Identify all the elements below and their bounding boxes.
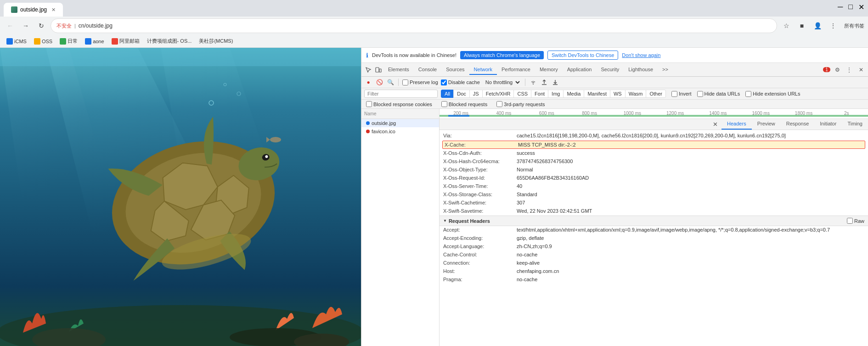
bookmark-icon-oss [34,38,40,45]
network-content: outside.jpg favicon.ico ✕ Headers Previe… [361,119,868,346]
inspect-element-btn[interactable] [363,65,373,75]
filter-tab-ws[interactable]: WS [610,90,626,98]
panel-tab-initiator[interactable]: Initiator [814,119,842,130]
blocked-requests-checkbox[interactable] [441,101,447,107]
filter-tab-wasm[interactable]: Wasm [625,90,647,98]
filter-btn[interactable]: 🔍 [386,78,395,86]
hide-ext-urls-checkbox[interactable] [745,91,751,97]
filter-tab-other[interactable]: Other [646,90,666,98]
tab-memory[interactable]: Memory [535,65,563,75]
headers-panel-tabs: ✕ Headers Preview Response Initiator Tim… [440,119,868,130]
match-language-btn[interactable]: Always match Chrome's language [460,51,544,59]
blocked-response-label[interactable]: Blocked response cookies [366,101,432,107]
filter-tab-font[interactable]: Font [531,90,548,98]
blocked-requests-label[interactable]: Blocked requests [441,101,487,107]
bookmark-mcms[interactable]: 美杜莎(MCMS) [196,37,236,45]
hide-data-urls-label-text: Hide data URLs [705,91,740,96]
filter-tab-css[interactable]: CSS [513,90,531,98]
maximize-btn[interactable]: □ [846,3,855,11]
bookmark-icms[interactable]: iCMS [4,37,29,45]
tab-sources[interactable]: Sources [441,65,469,75]
reload-btn[interactable]: ↻ [35,19,48,32]
dont-show-again-btn[interactable]: Don't show again [622,52,660,58]
disable-cache-text: Disable cache [448,79,480,85]
request-headers-section[interactable]: ▼ Request Headers Raw [440,216,868,226]
invert-checkbox[interactable] [671,91,677,97]
more-options-btn[interactable]: ⋮ [844,65,854,75]
filter-tab-manifest[interactable]: Manifest [584,90,610,98]
hide-data-urls-label[interactable]: Hide data URLs [697,91,740,97]
filter-tab-img[interactable]: Img [548,90,564,98]
address-bar[interactable]: 不安全 | cn/outside.jpg [51,18,777,33]
bookmark-icon-icms [6,38,13,45]
header-row-connection: Connection: keep-alive [440,259,868,267]
bookmark-star-btn[interactable]: ☆ [780,19,793,32]
tab-network[interactable]: Network [469,65,497,75]
bookmark-daily[interactable]: 日常 [57,37,80,45]
panel-tab-timing[interactable]: Timing [842,119,868,130]
headers-panel-close-btn[interactable]: ✕ [709,119,721,130]
bookmark-oss[interactable]: OSS [31,37,55,45]
header-val-xossserver: 40 [517,183,864,190]
header-key-accept-lang: Accept-Language: [443,244,517,250]
tab-close-btn[interactable]: ✕ [51,7,56,13]
clear-btn[interactable]: 🚫 [375,78,383,86]
turtle-image [0,48,361,346]
hide-ext-urls-label[interactable]: Hide extension URLs [745,91,800,97]
tab-elements[interactable]: Elements [383,65,414,75]
forward-btn[interactable]: → [19,19,32,32]
filter-tab-fetchxhr[interactable]: Fetch/XHR [482,90,514,98]
disable-cache-checkbox[interactable] [441,79,447,85]
file-item-outside[interactable]: outside.jpg [361,119,439,127]
header-row-xossreq: X-Oss-Request-Id: 655D6AA86FB42B34316160… [440,174,868,182]
panel-tab-preview[interactable]: Preview [752,119,781,130]
blocked-response-checkbox[interactable] [366,101,372,107]
filter-tab-media[interactable]: Media [563,90,584,98]
panel-tab-headers[interactable]: Headers [721,119,752,130]
minimize-btn[interactable]: ─ [836,3,845,11]
network-conditions-btn[interactable] [529,78,537,86]
tab-security[interactable]: Security [596,65,624,75]
bookmark-aone[interactable]: aone [82,37,107,45]
bookmark-mail[interactable]: 阿里邮箱 [109,37,142,45]
invert-checkbox-label[interactable]: Invert [671,91,692,97]
switch-chinese-btn[interactable]: Switch DevTools to Chinese [547,51,618,60]
header-row-accept-enc: Accept-Encoding: gzip, deflate [440,234,868,243]
device-toggle-btn[interactable] [373,65,383,75]
record-btn[interactable]: ● [364,78,372,86]
close-devtools-btn[interactable]: ✕ [856,65,866,75]
extensions-btn[interactable]: ■ [795,19,808,32]
throttle-select[interactable]: No throttling [483,79,521,85]
import-har-btn[interactable] [551,78,559,86]
tab-console[interactable]: Console [414,65,441,75]
third-party-checkbox[interactable] [496,101,502,107]
active-tab[interactable]: outside.jpg ✕ [4,3,63,17]
tab-application[interactable]: Application [563,65,597,75]
settings-btn[interactable]: ⚙ [832,65,842,75]
tab-performance[interactable]: Performance [497,65,535,75]
third-party-text: 3rd-party requests [504,102,545,107]
filter-tab-doc[interactable]: Doc [453,90,470,98]
third-party-label[interactable]: 3rd-party requests [496,101,545,107]
tab-more[interactable]: >> [658,65,673,75]
blocked-response-text: Blocked response cookies [373,102,432,107]
export-har-btn[interactable] [540,78,548,86]
filter-input[interactable] [364,90,438,98]
hide-data-urls-checkbox[interactable] [697,91,703,97]
file-item-favicon[interactable]: favicon.ico [361,127,439,136]
filter-tab-all[interactable]: All [441,90,454,98]
header-key-via: Via: [443,133,517,139]
filter-tab-js[interactable]: JS [469,90,483,98]
disable-cache-label[interactable]: Disable cache [441,79,480,85]
close-btn[interactable]: ✕ [857,3,866,11]
tab-lighthouse[interactable]: Lighthouse [624,65,658,75]
raw-checkbox-container[interactable]: Raw [847,218,864,224]
back-btn[interactable]: ← [4,19,17,32]
raw-checkbox[interactable] [847,218,853,224]
preserve-log-checkbox[interactable] [402,79,408,85]
menu-btn[interactable]: ⋮ [827,19,840,32]
panel-tab-response[interactable]: Response [781,119,815,130]
bookmark-billing[interactable]: 计费项组成图- OS... [144,37,195,45]
preserve-log-label[interactable]: Preserve log [402,79,438,85]
profile-btn[interactable]: 👤 [811,19,824,32]
